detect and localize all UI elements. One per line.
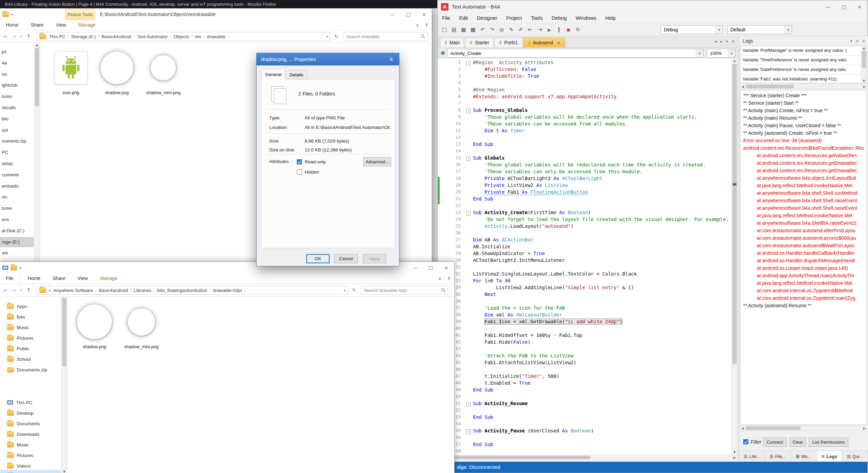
sidebar-item[interactable]: 4a — [0, 58, 34, 68]
breadcrumb-separator-icon[interactable]: › — [152, 288, 156, 293]
code-line-47[interactable]: t.Initialize("Timer", 500) — [473, 373, 730, 380]
file-icon.png[interactable]: icon.png — [50, 47, 92, 95]
sidebar-item[interactable]: rage (E:) — [0, 237, 34, 247]
code-line-24[interactable]: 'Do not forget to load the layout file c… — [473, 217, 730, 223]
menu-project[interactable]: Project — [502, 13, 527, 23]
breadcrumb-item[interactable]: Libraries — [133, 288, 152, 293]
sidebar-item-pictures[interactable]: Pictures — [0, 333, 61, 343]
menu-help[interactable]: Help — [601, 13, 620, 23]
code-line-14[interactable] — [473, 148, 730, 155]
search-input[interactable]: Search drawable-hdpi — [361, 286, 448, 295]
code-line-46[interactable] — [473, 367, 730, 373]
warnings-scrollbar[interactable]: ▲ ▼ — [861, 46, 867, 83]
sidebar-item[interactable]: PC — [0, 147, 34, 158]
file-shadow.png[interactable]: shadow.png — [96, 47, 138, 95]
code-line-8[interactable]: Sub Process_Globals — [473, 107, 730, 114]
menu-windows[interactable]: Windows — [571, 13, 601, 23]
rebuild-icon[interactable]: ↻ — [573, 25, 583, 34]
editor-horizontal-scrollbar[interactable]: ◀ ▶ — [438, 455, 737, 460]
close-tab-icon[interactable]: × — [732, 39, 735, 44]
chevron-down-icon[interactable]: ▾ — [11, 13, 13, 16]
code-line-51[interactable]: Sub Activity_Resume — [473, 401, 730, 408]
back-icon[interactable]: ← — [1, 284, 10, 296]
code-line-39[interactable]: Fab1.Icon = xml.GetDrawable("ic_add_whit… — [473, 319, 730, 326]
breadcrumb-separator-icon[interactable]: › — [97, 34, 101, 39]
sidebar-item-desktop[interactable]: Desktop — [0, 408, 61, 418]
ribbon-tab-manage[interactable]: Manage — [94, 274, 124, 283]
sidebar-item[interactable]: cuments — [0, 170, 34, 180]
scrollbar-thumb[interactable] — [444, 456, 590, 459]
close-icon[interactable]: × — [416, 9, 432, 20]
scroll-right-icon[interactable]: ▶ — [733, 455, 736, 460]
minimize-icon[interactable]: — — [385, 9, 400, 20]
breadcrumb-separator-icon[interactable]: › — [190, 34, 194, 39]
sidebar-item-pictures[interactable]: Pictures — [0, 450, 61, 460]
scroll-right-icon[interactable]: ▶ — [863, 426, 866, 430]
cancel-button[interactable]: Cancel — [334, 254, 358, 263]
code-line-3[interactable]: #IncludeTitle: True — [473, 73, 730, 80]
maximize-icon[interactable]: □ — [400, 9, 416, 20]
editor-vertical-scrollbar[interactable]: ▲ ▼ — [731, 58, 737, 455]
sidebar-item[interactable]: ork — [0, 248, 34, 258]
breadcrumb-item[interactable]: drawable — [206, 34, 226, 39]
redo-icon[interactable]: ↷ — [487, 25, 497, 34]
forward-icon[interactable]: → — [10, 284, 18, 296]
indent-icon[interactable]: ⇥ — [535, 25, 545, 34]
editor-zoom-select[interactable]: 100% ▾ — [707, 49, 735, 58]
sidebar-item-this-pc[interactable]: This PC — [0, 398, 61, 407]
code-line-40[interactable] — [473, 326, 730, 332]
code-line-19[interactable]: Private ListView2 As ListView — [473, 182, 730, 189]
recent-locations-icon[interactable]: ▾ — [18, 284, 24, 296]
sidebar-item[interactable]: al Disk (C:) — [0, 226, 34, 236]
tab-details[interactable]: Details — [285, 70, 308, 79]
sidebar-item[interactable]: eos — [0, 215, 34, 225]
editor-tab-prefs1[interactable]: Prefs1 — [494, 38, 522, 47]
sidebar-item-music[interactable]: Music — [0, 440, 61, 449]
minimize-icon[interactable]: — — [820, 0, 836, 13]
breadcrumb-overflow-icon[interactable]: « — [48, 288, 52, 293]
sidebar-item-downloads[interactable]: Downloads — [0, 429, 61, 439]
file-shadow.png[interactable]: shadow.png — [72, 301, 117, 349]
sidebar-item-music[interactable]: Music — [0, 323, 61, 332]
code-line-33[interactable]: For i=0 To 30 — [473, 278, 730, 285]
log-horizontal-scrollbar[interactable]: ◀ ▶ — [740, 426, 867, 431]
scroll-down-icon[interactable]: ▼ — [61, 470, 67, 473]
breadcrumb-separator-icon[interactable]: › — [66, 34, 71, 39]
breadcrumb-item[interactable]: res — [194, 34, 202, 39]
fold-toggle-icon[interactable]: − — [466, 211, 471, 216]
breadcrumb-item[interactable]: This PC — [48, 34, 66, 39]
code-line-20[interactable]: Private Fab1 As FloatingActionButton — [473, 189, 730, 196]
sidebar-item-b4a[interactable]: B4a — [0, 312, 61, 322]
sidebar-item[interactable]: blic — [0, 114, 34, 124]
breadcrumb-separator-icon[interactable]: › — [168, 34, 173, 39]
breadcrumb-separator-icon[interactable]: › — [132, 34, 136, 39]
sidebar-item[interactable]: ool — [0, 125, 34, 135]
code-line-28[interactable]: AB.Initialize — [473, 244, 730, 251]
breadcrumb-separator-icon[interactable]: › — [226, 34, 231, 39]
scrollbar-thumb[interactable] — [746, 426, 801, 430]
advanced-button[interactable]: Advanced... — [363, 157, 391, 166]
stop-icon[interactable]: ■ — [564, 25, 573, 34]
search-input[interactable]: Search drawable — [343, 32, 428, 41]
code-line-50[interactable] — [473, 394, 730, 401]
address-bar[interactable]: «Anywhere Software›Basic4android›Librari… — [37, 286, 348, 295]
outdent-icon[interactable]: ⇤ — [526, 25, 535, 34]
compiler-warning[interactable]: Variable 'Fab1' was not initialized. (wa… — [741, 75, 861, 83]
sidebar-item[interactable]: ps — [0, 47, 34, 57]
sidebar-item[interactable]: sic — [0, 192, 34, 202]
hidden-checkbox[interactable] — [297, 169, 302, 175]
code-line-15[interactable]: Sub Globals — [473, 155, 730, 162]
code-line-30[interactable]: ACToolBarLight2.InitMenuListener — [473, 257, 730, 264]
code-line-32[interactable]: ListView2.SingleLineLayout.Label.TextCol… — [473, 271, 730, 278]
sidebar-item[interactable]: tures — [0, 203, 34, 213]
menu-designer[interactable]: Designer — [472, 13, 502, 23]
code-line-12[interactable] — [473, 135, 730, 142]
code-line-34[interactable]: ListView2.AddSingleLine("Simple list ent… — [473, 285, 730, 292]
breadcrumb-separator-icon[interactable]: › — [128, 288, 133, 293]
close-icon[interactable]: × — [439, 262, 454, 274]
tab-general[interactable]: General — [261, 69, 285, 79]
fold-toggle-icon[interactable]: − — [466, 61, 471, 65]
ribbon-tab-home[interactable]: Home — [0, 20, 25, 30]
code-line-6[interactable]: #Extends: android.support.v7.app.AppComp… — [473, 94, 730, 101]
code-line-36[interactable] — [473, 298, 730, 305]
